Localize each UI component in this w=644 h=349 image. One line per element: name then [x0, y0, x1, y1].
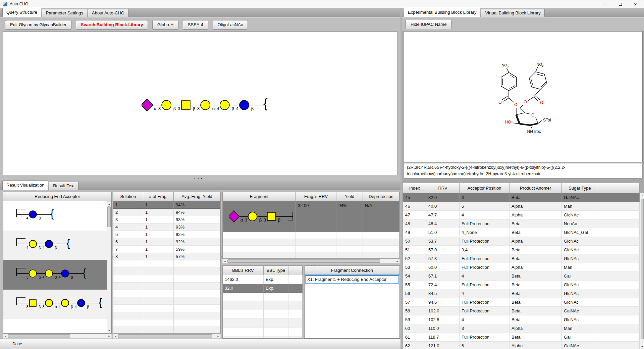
table-row[interactable]: [113, 268, 220, 275]
column-header[interactable]: Acceptor Position: [460, 183, 509, 193]
column-header[interactable]: BBL Type: [264, 266, 288, 275]
search-bbl-button[interactable]: Search Building Block Library: [76, 20, 148, 30]
rea-vertical-scrollbar[interactable]: ▲ ▼: [107, 201, 111, 333]
table-row[interactable]: 4848.4Full ProtectionBetaNeuAc: [403, 219, 640, 228]
table-row[interactable]: [223, 232, 399, 239]
column-header[interactable]: Index: [403, 183, 426, 193]
column-header[interactable]: Yield: [336, 192, 363, 201]
scrollbar-thumb[interactable]: [641, 199, 644, 339]
oligolacnac-button[interactable]: OligoLacNAc: [213, 20, 248, 30]
table-row[interactable]: [113, 297, 220, 305]
tab-result-visualization[interactable]: Result Visualization: [2, 181, 48, 190]
table-row[interactable]: 4640.06AlphaMan: [403, 202, 640, 211]
scroll-right-icon[interactable]: ►: [395, 259, 399, 263]
table-row[interactable]: 4747.74AlphaGlcNAc: [403, 211, 640, 219]
glycan-canvas[interactable]: α3β3β3α4β4β{: [3, 32, 398, 175]
table-row[interactable]: [113, 312, 220, 319]
column-header[interactable]: Sugar Type: [562, 183, 598, 193]
table-row[interactable]: 4951.04_NoneBetaGlcNAc_Gal: [403, 228, 640, 237]
acceptor-list-item[interactable]: 4β{: [3, 201, 111, 231]
vertical-splitter[interactable]: ⁞: [221, 257, 222, 258]
main-panel-divider[interactable]: [400, 8, 402, 349]
table-row[interactable]: 5157.03,4BetaGlcNAc: [403, 246, 640, 254]
horizontal-splitter[interactable]: · · ·: [194, 177, 203, 180]
rea-horizontal-scrollbar[interactable]: ◄ ►: [3, 334, 112, 339]
table-row[interactable]: 2194%: [113, 209, 220, 216]
acceptor-list-item[interactable]: 3α4β4β{: [3, 260, 111, 290]
column-header[interactable]: RRV: [426, 183, 460, 193]
table-row[interactable]: 58102.0Full ProtectionBetaGalNAc: [403, 307, 640, 315]
table-row[interactable]: [223, 239, 399, 246]
scroll-down-icon[interactable]: ▼: [640, 345, 644, 349]
ssea-4-button[interactable]: SSEA-4: [183, 20, 208, 30]
table-row[interactable]: 5360.0Full ProtectionAlphaMan: [403, 263, 640, 272]
scroll-right-icon[interactable]: ►: [107, 334, 111, 338]
table-vertical-scrollbar[interactable]: ▲ ▼: [640, 193, 644, 349]
tab-experimental-bbl[interactable]: Experimental Building Block Library: [404, 8, 480, 17]
acceptor-list-item[interactable]: [3, 319, 111, 334]
scroll-left-icon[interactable]: ◄: [3, 334, 8, 338]
table-row[interactable]: [223, 336, 303, 339]
table-row[interactable]: 5684.54BetaGlcNAc: [403, 289, 640, 298]
tab-virtual-bbl[interactable]: Virtual Building Block Library: [481, 9, 544, 17]
horizontal-splitter[interactable]: · · ·: [520, 180, 528, 182]
table-row[interactable]: 4193%: [113, 223, 220, 231]
table-row[interactable]: [223, 301, 303, 310]
table-row[interactable]: [223, 319, 303, 328]
acceptor-list-item[interactable]: 4β4β{: [3, 231, 111, 260]
column-header[interactable]: Frag.'s RRV: [296, 192, 336, 201]
scrollbar-thumb[interactable]: [8, 334, 70, 338]
table-row[interactable]: 5053.7Full ProtectionAlphaGlcNAc: [403, 237, 640, 246]
table-row[interactable]: 5572.4Full ProtectionBetaGlcNAc: [403, 281, 640, 289]
table-row[interactable]: 5192%: [113, 231, 220, 238]
scroll-up-icon[interactable]: ▲: [640, 193, 644, 198]
scroll-left-icon[interactable]: ◄: [223, 259, 227, 263]
acceptor-list-item[interactable]: 3β3α4β4β{: [3, 290, 111, 319]
fragment-row[interactable]: α3β3β 32.00 94% N/A: [223, 201, 399, 232]
table-row[interactable]: [113, 275, 220, 283]
table-row[interactable]: 59102.84BetaGlcNAc: [403, 315, 640, 324]
table-row[interactable]: [113, 327, 220, 334]
table-row[interactable]: [223, 293, 303, 301]
vertical-splitter[interactable]: ⁞: [112, 257, 113, 258]
tab-query-structure[interactable]: Query Structure: [2, 8, 41, 17]
restore-button[interactable]: [613, 0, 628, 8]
solutions-horizontal-scrollbar[interactable]: ◄ ►: [113, 334, 221, 339]
tab-about-auto-cho[interactable]: About Auto-CHO: [88, 9, 128, 17]
table-row[interactable]: [113, 283, 220, 290]
scroll-down-icon[interactable]: ▼: [107, 329, 111, 333]
column-header[interactable]: BBL's RRV: [223, 266, 264, 275]
tab-parameter-settings[interactable]: Parameter Settings: [42, 9, 87, 17]
table-row[interactable]: [113, 290, 220, 297]
column-header[interactable]: Solution: [113, 192, 143, 201]
table-row[interactable]: 6192%: [113, 238, 220, 246]
table-row[interactable]: 32.0Exp.: [223, 284, 303, 293]
scroll-up-icon[interactable]: ▲: [107, 202, 111, 206]
fragment-connection-item[interactable]: X1: Fragment1 + Reducing End Acceptor: [305, 275, 399, 284]
table-row[interactable]: 5794.6Full ProtectionBetaGlcNAc: [403, 298, 640, 307]
table-row[interactable]: [223, 328, 303, 336]
table-row[interactable]: 8157%: [113, 253, 220, 260]
table-row[interactable]: [113, 319, 220, 327]
table-row[interactable]: 3193%: [113, 216, 220, 223]
table-row[interactable]: [223, 252, 399, 259]
table-row[interactable]: 61118.7Full ProtectionBetaGal: [403, 333, 640, 342]
tab-result-text[interactable]: Result Text: [49, 182, 78, 190]
table-row[interactable]: 62121.06AlphaGalNAc: [403, 342, 640, 349]
edit-glycan-button[interactable]: Edit Glycan by GlycanBuilder: [5, 20, 71, 30]
scrollbar-thumb[interactable]: [107, 206, 111, 227]
column-header[interactable]: [598, 183, 640, 193]
column-header[interactable]: Deprotection: [363, 192, 399, 201]
minimize-button[interactable]: [598, 0, 613, 8]
vertical-splitter[interactable]: ⁞: [400, 173, 401, 175]
table-row[interactable]: 1462.0Exp.: [223, 275, 303, 284]
hide-iupac-button[interactable]: Hide IUPAC Name: [406, 20, 451, 29]
column-header[interactable]: Avg. Frag. Yield: [174, 192, 220, 201]
table-row[interactable]: 60110.03AlphaMan: [403, 324, 640, 333]
table-row[interactable]: [113, 260, 220, 268]
column-header[interactable]: [288, 266, 303, 275]
scroll-right-icon[interactable]: ►: [216, 334, 220, 338]
column-header[interactable]: Fragment: [223, 192, 296, 201]
table-row[interactable]: 4532.03BetaGalNAc: [403, 193, 640, 202]
table-row[interactable]: 1194%: [113, 201, 220, 209]
